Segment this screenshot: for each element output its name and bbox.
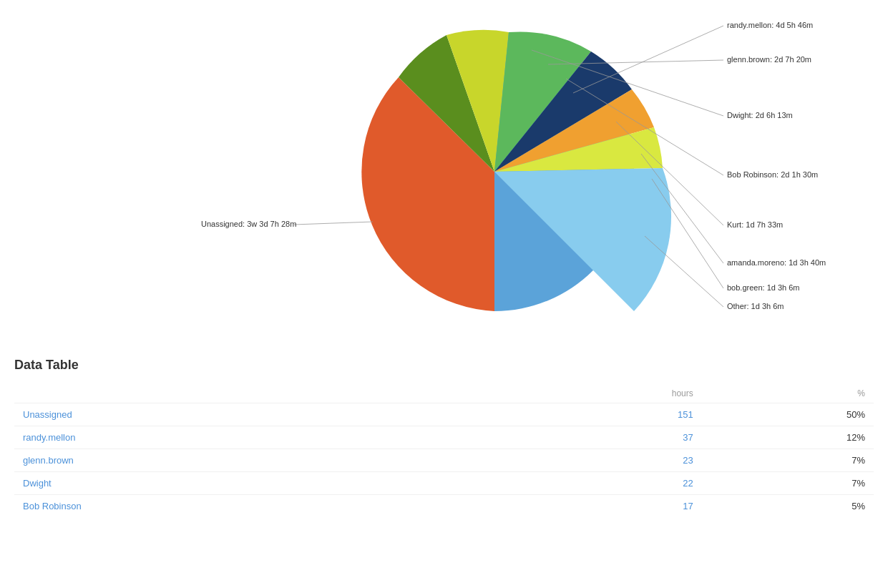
row-hours: 23 <box>530 449 702 472</box>
row-pct: 7% <box>702 449 874 472</box>
data-table-title: Data Table <box>14 358 874 373</box>
row-pct: 50% <box>702 403 874 426</box>
table-row: Dwight 22 7% <box>14 472 874 495</box>
row-hours: 37 <box>530 426 702 449</box>
row-name[interactable]: Dwight <box>14 472 530 495</box>
data-table-section: Data Table hours % Unassigned 151 50% ra… <box>0 343 888 531</box>
label-bob-green: bob.green: 1d 3h 6m <box>727 283 800 292</box>
row-hours: 151 <box>530 403 702 426</box>
label-kurt: Kurt: 1d 7h 33m <box>727 220 783 229</box>
label-glenn: glenn.brown: 2d 7h 20m <box>727 55 811 64</box>
hours-header: hours <box>530 384 702 403</box>
row-hours: 17 <box>530 495 702 518</box>
label-randy: randy.mellon: 4d 5h 46m <box>727 21 813 29</box>
row-pct: 12% <box>702 426 874 449</box>
label-bob-robinson: Bob Robinson: 2d 1h 30m <box>727 170 818 179</box>
label-unassigned: Unassigned: 3w 3d 7h 28m <box>201 220 296 228</box>
row-name[interactable]: randy.mellon <box>14 426 530 449</box>
label-dwight: Dwight: 2d 6h 13m <box>727 111 793 119</box>
row-name[interactable]: Unassigned <box>14 403 530 426</box>
svg-line-8 <box>294 222 373 225</box>
chart-area: randy.mellon: 4d 5h 46m glenn.brown: 2d … <box>0 0 888 343</box>
label-amanda: amanda.moreno: 1d 3h 40m <box>727 258 826 267</box>
row-hours: 22 <box>530 472 702 495</box>
label-other: Other: 1d 3h 6m <box>727 302 784 310</box>
row-name[interactable]: glenn.brown <box>14 449 530 472</box>
table-row: randy.mellon 37 12% <box>14 426 874 449</box>
row-name[interactable]: Bob Robinson <box>14 495 530 518</box>
table-row: Bob Robinson 17 5% <box>14 495 874 518</box>
pie-chart-svg: randy.mellon: 4d 5h 46m glenn.brown: 2d … <box>51 7 838 336</box>
row-pct: 5% <box>702 495 874 518</box>
pct-header: % <box>702 384 874 403</box>
table-row: Unassigned 151 50% <box>14 403 874 426</box>
page: randy.mellon: 4d 5h 46m glenn.brown: 2d … <box>0 0 888 588</box>
row-pct: 7% <box>702 472 874 495</box>
data-table: hours % Unassigned 151 50% randy.mellon … <box>14 384 874 517</box>
table-row: glenn.brown 23 7% <box>14 449 874 472</box>
